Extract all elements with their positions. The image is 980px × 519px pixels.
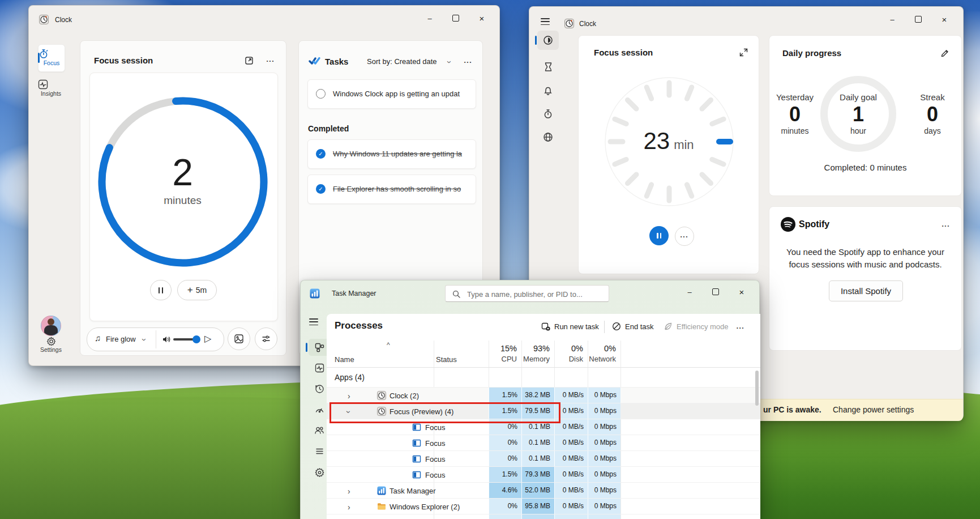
more-options-button[interactable]: ••• (940, 219, 952, 232)
music-note-icon: ♫ (95, 333, 101, 343)
rail-item-stopwatch[interactable] (537, 104, 559, 124)
column-header-status[interactable]: Status (436, 355, 457, 364)
close-button[interactable]: × (729, 283, 755, 301)
rail-item-world-clock[interactable] (537, 127, 559, 147)
stat-label: Yesterday (769, 92, 820, 102)
pause-icon (162, 287, 164, 293)
spotify-logo-icon (781, 217, 795, 232)
compact-view-icon (739, 48, 748, 57)
stat-label: Daily goal (840, 92, 877, 102)
rail-item-alarm[interactable] (537, 81, 559, 100)
expand-chevron-icon[interactable]: › (348, 502, 350, 512)
collapse-chevron-icon[interactable]: › (348, 407, 350, 417)
column-header-name[interactable]: Name (335, 355, 354, 364)
memory-cell: 95.8 MB (521, 499, 554, 514)
efficiency-mode-button[interactable]: Efficiency mode (664, 322, 729, 331)
disk-cell: 0 MB/s (554, 499, 588, 514)
maximize-button[interactable] (703, 283, 729, 301)
hamburger-menu-icon[interactable] (541, 16, 550, 27)
table-row-child[interactable]: Focus 0% 0.1 MB 0 MB/s 0 Mbps (327, 451, 760, 467)
background-image-button[interactable] (228, 327, 250, 350)
titlebar[interactable]: Task Manager – × (301, 280, 759, 307)
more-options-button[interactable]: ••• (264, 54, 277, 67)
user-avatar[interactable] (41, 316, 61, 336)
services-icon (315, 467, 324, 477)
rail-item-focus[interactable] (537, 31, 559, 50)
group-label: Apps (4) (335, 373, 365, 382)
app-history-icon (315, 384, 324, 394)
table-row-child[interactable]: Focus 1.5% 79.3 MB 0 MB/s 0 Mbps (327, 467, 760, 483)
network-cell: 0 Mbps (588, 435, 620, 450)
minimize-button[interactable]: – (677, 283, 703, 301)
minimize-button[interactable]: – (417, 9, 443, 27)
pause-button[interactable] (150, 280, 172, 300)
open-in-new-window-button[interactable] (243, 54, 255, 67)
table-row[interactable]: › Windows Explorer (2) 0% 95.8 MB 0 MB/s… (327, 499, 760, 514)
expand-chevron-icon[interactable]: › (348, 391, 350, 401)
task-item-completed[interactable]: ✓ File Explorer has smooth scrolling in … (307, 175, 476, 204)
edit-goal-button[interactable] (939, 47, 951, 59)
titlebar[interactable]: Clock – × (529, 7, 963, 34)
search-input[interactable] (466, 286, 607, 302)
new-task-icon (541, 322, 550, 331)
close-button[interactable]: × (469, 9, 495, 27)
leaf-icon (664, 322, 673, 331)
mixer-settings-button[interactable] (255, 327, 277, 350)
pause-button[interactable] (649, 226, 669, 245)
sidebar-item-settings[interactable]: Settings (36, 337, 66, 353)
spotify-message: focus sessions with music and podcasts. (769, 260, 961, 269)
rail-item-timer[interactable] (537, 57, 559, 76)
search-box[interactable] (445, 285, 609, 302)
maximize-button[interactable] (443, 9, 469, 27)
task-item-completed[interactable]: ✓ Why Windows 11 updates are getting la (307, 139, 476, 169)
memory-cell: 0.1 MB (521, 435, 554, 450)
maximize-button[interactable] (905, 10, 931, 28)
volume-slider-thumb[interactable] (192, 335, 200, 343)
compact-view-button[interactable] (737, 46, 750, 58)
expand-chevron-icon[interactable]: › (348, 486, 350, 496)
table-row-child[interactable]: Focus 0% 0.1 MB 0 MB/s 0 Mbps (327, 435, 760, 451)
tasks-title: Tasks (325, 57, 348, 66)
sidebar-item-focus[interactable]: Focus (38, 44, 65, 72)
window-icon (412, 454, 421, 463)
add-five-minutes-button[interactable]: + 5m (177, 280, 217, 300)
toolbar-more-button[interactable]: ••• (737, 325, 744, 330)
play-button[interactable]: ▷ (204, 333, 211, 344)
minimize-button[interactable]: – (879, 10, 905, 28)
network-cell: 0 Mbps (588, 388, 620, 403)
install-spotify-button[interactable]: Install Spotify (829, 280, 903, 301)
column-header-network[interactable]: 0% Network (571, 344, 616, 363)
group-header-row[interactable]: Apps (4) (327, 368, 760, 388)
tm-hamburger-menu[interactable] (309, 317, 318, 327)
end-task-button[interactable]: End task (612, 322, 654, 331)
spotify-brand: Spotify (799, 219, 829, 229)
change-power-settings-link[interactable]: Change power settings (833, 405, 914, 414)
more-options-button[interactable]: ••• (462, 56, 474, 68)
close-button[interactable]: × (931, 10, 957, 28)
task-checked-icon[interactable]: ✓ (316, 184, 326, 194)
table-row[interactable]: › Task Manager 4.6% 52.0 MB 0 MB/s 0 Mbp… (327, 483, 760, 499)
sound-controls: ♫ Fire glow › ▷ (87, 327, 224, 351)
table-row-selected[interactable]: › Focus (Preview) (4) 1.5% 79.5 MB 0 MB/… (327, 403, 760, 419)
chevron-down-icon[interactable]: › (140, 338, 149, 341)
more-options-button[interactable]: ••• (675, 227, 694, 246)
vertical-scrollbar-thumb[interactable] (755, 371, 759, 406)
processes-icon (315, 343, 324, 352)
end-task-icon (612, 322, 621, 331)
plus-icon: + (187, 284, 193, 296)
run-new-task-button[interactable]: Run new task (541, 322, 599, 331)
sidebar-item-insights[interactable]: Insights (38, 78, 64, 103)
sort-dropdown[interactable]: Sort by: Created date (367, 57, 437, 66)
pencil-icon (940, 49, 949, 58)
process-name: Focus (425, 471, 445, 479)
titlebar[interactable]: Clock – × (29, 6, 499, 33)
table-row-child[interactable]: Focus 0% 0.1 MB 0 MB/s 0 Mbps (327, 419, 760, 435)
table-row[interactable]: › Clock (2) 1.5% 38.2 MB 0 MB/s 0 Mbps (327, 388, 760, 403)
task-checked-icon[interactable]: ✓ (316, 149, 326, 159)
task-checkbox[interactable] (316, 89, 326, 99)
disk-cell: 0 MB/s (554, 419, 588, 435)
cpu-cell (489, 514, 521, 519)
task-item[interactable]: Windows Clock app is getting an updat (307, 79, 476, 109)
chevron-down-icon[interactable]: › (446, 61, 454, 63)
sound-name[interactable]: Fire glow (106, 335, 136, 343)
